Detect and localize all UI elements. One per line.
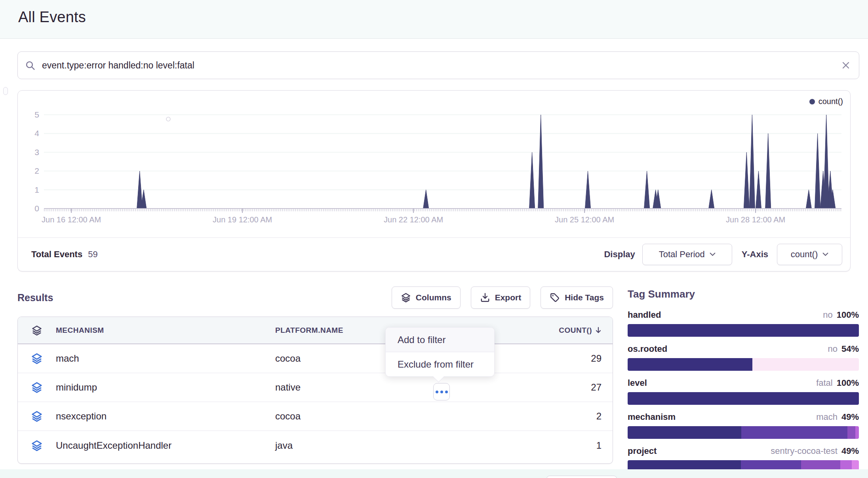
legend-count[interactable]: count() [809,97,843,106]
column-header-count[interactable]: COUNT() [497,326,613,335]
display-label: Display [604,249,635,260]
table-row[interactable]: minidumpnative27 [18,373,613,402]
tag-summary: Tag Summary handledno100%os.rootedno54%l… [628,288,859,478]
row-stack-icon [18,440,56,451]
total-events-value: 59 [88,249,97,260]
tag-top-value: sentry-cocoa-test [771,446,838,456]
stack-icon [31,353,43,364]
stack-icon [31,440,43,451]
tag-bar-segment[interactable] [628,392,859,405]
tag-name: handled [628,310,661,320]
tag-name: project [628,446,657,456]
tag-bar-segment[interactable] [741,426,847,439]
tag-percent: 100% [837,310,859,320]
export-button[interactable]: Export [471,286,531,309]
svg-text:2: 2 [34,166,39,175]
svg-text:1: 1 [34,185,39,194]
table-body: machcocoa29minidumpnative27nsexceptionco… [18,344,613,460]
x-axis-tick-label: Jun 25 12:00 AM [555,215,614,224]
yaxis-label: Y-Axis [742,249,768,260]
x-axis-labels: Jun 16 12:00 AMJun 19 12:00 AMJun 22 12:… [18,215,850,226]
tag-bar-segment[interactable] [752,358,859,371]
column-header-mechanism[interactable]: MECHANISM [56,326,275,335]
svg-text:4: 4 [34,129,39,138]
tag-item: os.rootedno54% [628,344,859,371]
cell-count: 27 [497,382,613,393]
search-bar[interactable] [17,51,859,79]
x-axis-tick-label: Jun 16 12:00 AM [42,215,101,224]
tag-bar-segment[interactable] [628,426,741,439]
hide-tags-button[interactable]: Hide Tags [541,286,613,309]
legend-dot-icon [809,99,815,104]
clear-search-icon[interactable] [841,60,851,70]
events-chart: 012345 [18,91,851,229]
x-axis-tick-label: Jun 28 12:00 AM [726,215,785,224]
tag-percent: 49% [841,446,859,456]
tag-bar-segment[interactable] [628,358,752,371]
table-row[interactable]: nsexceptioncocoa2 [18,402,613,431]
table-row[interactable]: machcocoa29 [18,344,613,373]
row-stack-icon [18,410,56,422]
tag-distribution-bar[interactable] [628,426,859,439]
tag-top-value: fatal [816,378,833,388]
cell-platform: java [275,440,497,451]
sort-desc-icon [595,327,602,334]
tag-percent: 54% [841,344,859,354]
x-axis-tick-label: Jun 22 12:00 AM [384,215,443,224]
stack-icon [31,325,42,336]
tag-bar-segment[interactable] [847,426,855,439]
yaxis-dropdown[interactable]: count() [777,244,842,265]
tag-name: level [628,378,647,388]
panel-grip[interactable] [3,87,8,95]
tag-summary-heading: Tag Summary [628,288,859,300]
row-stack-icon [18,381,56,393]
menu-item-add-to-filter[interactable]: Add to filter [386,328,494,352]
tag-percent: 49% [841,412,859,422]
table-header-icon-cell[interactable] [18,325,56,336]
cell-platform: cocoa [275,411,497,422]
yaxis-dropdown-value: count() [791,249,818,260]
page-header: All Events [0,0,868,39]
tag-distribution-bar[interactable] [628,324,859,337]
chevron-down-icon [822,252,828,256]
cell-count: 1 [497,440,613,451]
download-icon [480,292,490,303]
svg-text:0: 0 [34,204,39,213]
tag-item: handledno100% [628,310,859,337]
tag-top-value: mach [816,412,838,422]
all-events-page: All Events 012345 Jun 16 12:00 AMJun 19 … [0,0,868,478]
chevron-down-icon [710,252,716,256]
export-button-label: Export [495,293,522,302]
columns-button[interactable]: Columns [392,286,461,309]
cell-mechanism: nsexception [56,411,275,422]
row-actions-button[interactable] [433,383,450,400]
cell-platform: native [275,382,497,393]
search-icon [25,60,36,71]
stack-icon [31,410,43,422]
table-row[interactable]: UncaughtExceptionHandlerjava1 [18,431,613,460]
row-stack-icon [18,353,56,364]
display-dropdown-value: Total Period [659,249,705,260]
tag-bar-segment[interactable] [855,426,859,439]
page-title: All Events [18,9,86,26]
columns-button-label: Columns [416,293,451,302]
display-dropdown[interactable]: Total Period [642,244,732,265]
svg-text:3: 3 [34,148,39,157]
chart-footer: Total Events 59 Display Total Period Y-A… [18,237,850,271]
tag-bar-segment[interactable] [628,324,859,337]
tag-list: handledno100%os.rootedno54%levelfatal100… [628,310,859,473]
row-context-menu: Add to filter Exclude from filter [385,327,495,377]
tag-distribution-bar[interactable] [628,392,859,405]
svg-text:5: 5 [34,110,39,119]
tag-item: levelfatal100% [628,378,859,405]
tag-distribution-bar[interactable] [628,358,859,371]
events-chart-panel: 012345 Jun 16 12:00 AMJun 19 12:00 AMJun… [17,90,851,271]
stack-icon [401,292,411,303]
tag-top-value: no [828,344,837,354]
table-header: MECHANISM PLATFORM.NAME COUNT() [18,317,613,344]
pagination-buttons[interactable] [546,476,617,478]
tag-percent: 100% [837,378,859,388]
search-input[interactable] [41,60,841,71]
tag-item: projectsentry-cocoa-test49% [628,446,859,473]
x-axis-tick-label: Jun 19 12:00 AM [213,215,272,224]
